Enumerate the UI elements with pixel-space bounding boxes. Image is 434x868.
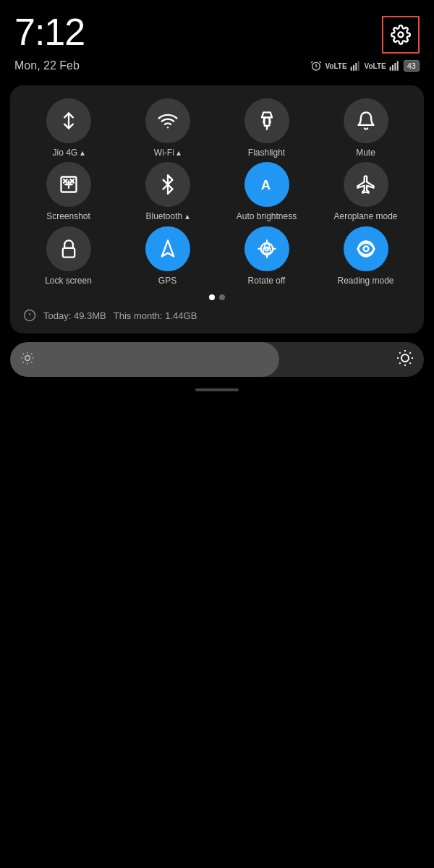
qs-label-lockscreen: Lock screen xyxy=(45,276,92,286)
svg-rect-7 xyxy=(392,65,393,71)
gps-icon xyxy=(158,239,178,259)
svg-marker-25 xyxy=(161,240,173,256)
data-usage-icon xyxy=(23,309,36,322)
qs-item-jio4g[interactable]: Jio 4G ▴ xyxy=(20,98,116,158)
svg-point-43 xyxy=(401,354,409,362)
rotate-icon xyxy=(257,239,277,259)
svg-point-11 xyxy=(166,127,168,128)
brightness-fill xyxy=(10,342,279,377)
brightness-low-icon xyxy=(20,351,35,369)
qs-icon-aeroplane xyxy=(344,162,388,207)
battery-badge: 43 xyxy=(404,60,420,72)
svg-rect-9 xyxy=(396,61,398,70)
qs-label-mute: Mute xyxy=(356,148,375,158)
svg-line-37 xyxy=(23,353,24,354)
lock-icon xyxy=(59,239,79,259)
data-transfer-icon xyxy=(59,111,79,131)
qs-icon-screenshot xyxy=(46,162,91,207)
qs-label-wifi: Wi-Fi ▴ xyxy=(154,148,181,158)
airplane-icon xyxy=(356,174,376,195)
qs-icon-gps xyxy=(145,226,190,271)
svg-rect-12 xyxy=(264,117,269,126)
qs-icon-bluetooth xyxy=(145,162,190,207)
svg-line-51 xyxy=(409,352,410,353)
flashlight-icon xyxy=(257,111,277,131)
qs-item-lockscreen[interactable]: Lock screen xyxy=(20,226,116,286)
qs-label-readingmode: Reading mode xyxy=(337,276,393,286)
qs-item-wifi[interactable]: Wi-Fi ▴ xyxy=(119,98,216,158)
volte1-icon: VoLTE xyxy=(325,62,346,70)
brightness-slider[interactable] xyxy=(10,342,424,377)
quick-settings-panel: Jio 4G ▴ Wi-Fi ▴ xyxy=(10,85,424,333)
qs-label-autobrightness: Auto brightness xyxy=(237,211,297,221)
data-usage-row: Today: 49.3MB This month: 1.44GB xyxy=(20,309,414,322)
date-display: Mon, 22 Feb xyxy=(14,59,80,72)
dot-1[interactable] xyxy=(209,294,215,300)
qs-item-flashlight[interactable]: Flashlight xyxy=(218,98,315,158)
qs-item-autobrightness[interactable]: A Auto brightness xyxy=(218,162,315,221)
quick-settings-grid: Jio 4G ▴ Wi-Fi ▴ xyxy=(20,98,414,286)
svg-rect-2 xyxy=(350,67,352,70)
qs-item-aeroplane[interactable]: Aeroplane mode xyxy=(318,162,414,221)
qs-label-jio4g: Jio 4G ▴ xyxy=(52,148,84,158)
brightness-high-icon xyxy=(396,349,414,370)
qs-item-mute[interactable]: Mute xyxy=(318,98,414,158)
qs-label-flashlight: Flashlight xyxy=(248,148,285,158)
svg-rect-24 xyxy=(62,248,74,258)
qs-label-gps: GPS xyxy=(158,276,176,286)
status-bar: 7:12 xyxy=(0,0,434,59)
qs-icon-readingmode xyxy=(344,226,388,271)
qs-label-bluetooth: Bluetooth ▴ xyxy=(145,211,189,221)
qs-label-rotateoff: Rotate off xyxy=(248,276,286,286)
svg-point-34 xyxy=(25,355,30,360)
qs-icon-flashlight xyxy=(244,98,289,143)
signal2-icon xyxy=(389,61,401,71)
pagination-dots xyxy=(20,294,414,300)
qs-item-bluetooth[interactable]: Bluetooth ▴ xyxy=(119,162,216,221)
svg-rect-4 xyxy=(355,63,357,71)
qs-icon-jio4g xyxy=(46,98,91,143)
svg-line-42 xyxy=(31,353,32,354)
gear-icon xyxy=(391,25,411,45)
svg-line-46 xyxy=(399,352,400,353)
screenshot-icon xyxy=(59,174,79,195)
svg-rect-3 xyxy=(353,65,354,71)
qs-item-screenshot[interactable]: Screenshot xyxy=(20,162,116,221)
dot-2[interactable] xyxy=(219,294,225,300)
today-usage: Today: 49.3MB xyxy=(43,310,106,321)
qs-icon-rotateoff xyxy=(244,226,289,271)
qs-icon-wifi xyxy=(145,98,190,143)
date-row: Mon, 22 Feb VoLTE VoLTE 43 xyxy=(0,59,434,80)
wifi-icon xyxy=(158,111,178,131)
svg-line-38 xyxy=(31,362,32,362)
svg-line-50 xyxy=(399,362,400,363)
bluetooth-icon xyxy=(158,174,178,195)
svg-line-15 xyxy=(269,117,270,122)
month-usage: This month: 1.44GB xyxy=(114,310,197,321)
svg-text:A: A xyxy=(260,177,270,192)
qs-item-rotateoff[interactable]: Rotate off xyxy=(218,226,315,286)
status-icons: VoLTE VoLTE 43 xyxy=(310,60,420,72)
alarm-icon xyxy=(310,60,322,72)
settings-button[interactable] xyxy=(382,16,420,54)
svg-point-30 xyxy=(363,246,368,251)
qs-item-readingmode[interactable]: Reading mode xyxy=(318,226,414,286)
qs-item-gps[interactable]: GPS xyxy=(119,226,216,286)
signal1-icon xyxy=(350,61,362,71)
sun-high-icon xyxy=(396,349,414,367)
svg-rect-8 xyxy=(394,63,396,71)
bottom-handle xyxy=(195,388,239,391)
svg-rect-5 xyxy=(357,61,359,70)
qs-icon-autobrightness: A xyxy=(244,162,289,207)
qs-label-aeroplane: Aeroplane mode xyxy=(333,211,397,221)
reading-icon xyxy=(356,239,376,259)
bell-icon xyxy=(356,111,376,131)
time-display: 7:12 xyxy=(14,13,85,51)
svg-rect-6 xyxy=(389,67,391,70)
qs-icon-lockscreen xyxy=(46,226,91,271)
svg-point-0 xyxy=(399,33,404,38)
volte2-icon: VoLTE xyxy=(365,62,386,70)
qs-icon-mute xyxy=(344,98,388,143)
svg-line-47 xyxy=(409,362,410,363)
svg-line-14 xyxy=(263,117,264,122)
